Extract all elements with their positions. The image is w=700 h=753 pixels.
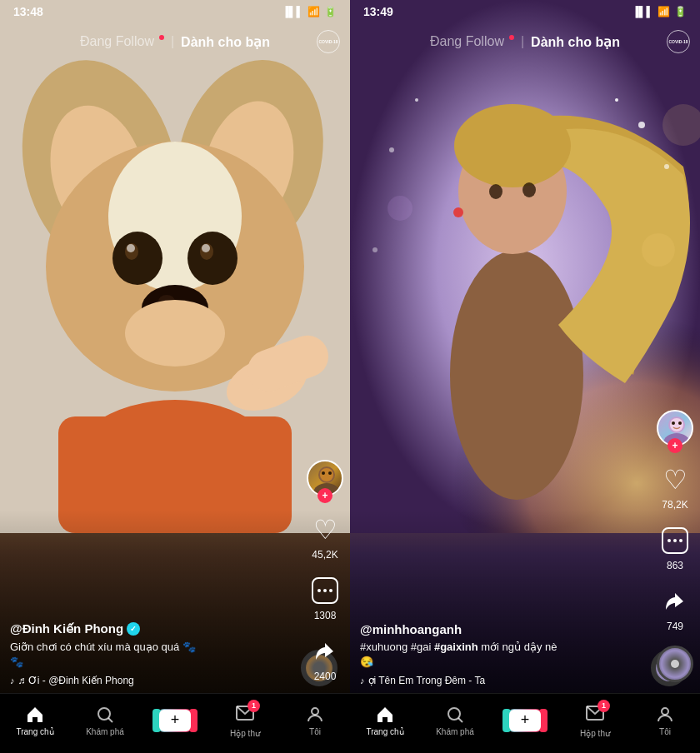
heart-icon-right: ♡	[663, 464, 688, 496]
svg-point-35	[522, 182, 536, 197]
svg-point-28	[312, 708, 318, 715]
tab-foryou-left[interactable]: Dành cho bạn	[181, 34, 270, 50]
username-left[interactable]: @Đinh Kiến Phong ✓	[10, 621, 296, 636]
svg-point-22	[320, 468, 333, 481]
nav-inbox-label-right: Hộp thư	[580, 729, 610, 738]
music-disc-right	[657, 646, 693, 682]
comment-action-left[interactable]: 1308	[308, 574, 342, 621]
svg-point-12	[202, 244, 210, 252]
home-icon-right	[375, 705, 395, 725]
music-note-left: ♪	[10, 676, 15, 686]
like-count-right: 78,2K	[662, 499, 688, 511]
tab-following-right[interactable]: Đang Follow	[430, 34, 504, 49]
share-icon-left	[312, 639, 338, 664]
like-count-left: 45,2K	[312, 549, 338, 561]
right-phone: 13:49 ▐▌▌ 📶 🔋 Đang Follow | Dành cho bạn…	[350, 0, 700, 753]
svg-point-34	[489, 184, 502, 199]
avatar-wrapper-left[interactable]: +	[307, 460, 343, 496]
share-icon-right	[662, 589, 688, 614]
video-info-right: @minhhoanganh #xuhuong #gai #gaixinh mới…	[360, 622, 646, 686]
top-nav-right: Đang Follow | Dành cho bạn COVID-19	[350, 23, 700, 60]
inbox-badge-left: 1	[248, 700, 260, 712]
username-right[interactable]: @minhhoanganh	[360, 622, 646, 636]
svg-point-44	[388, 196, 412, 221]
battery-icon-right: 🔋	[674, 6, 687, 17]
sound-right[interactable]: ♪ ợi Tên Em Trong Đêm - Ta	[360, 675, 646, 686]
share-count-left: 2400	[314, 671, 337, 682]
comment-count-left: 1308	[314, 610, 337, 621]
disc-icon-right	[657, 646, 693, 682]
share-action-left[interactable]: 2400	[308, 635, 342, 682]
covid-icon-left[interactable]: COVID-19	[317, 30, 340, 53]
inbox-badge-right: 1	[598, 700, 610, 712]
nav-explore-label-left: Khám phá	[86, 727, 124, 736]
profile-icon-left	[305, 705, 325, 725]
add-button-left[interactable]: +	[158, 709, 192, 732]
signal-icon-right: ▐▌▌	[632, 6, 653, 17]
follow-button-left[interactable]: +	[318, 488, 332, 503]
covid-icon-right[interactable]: COVID-19	[667, 30, 690, 53]
comment-count-right: 863	[667, 560, 683, 571]
svg-point-15	[125, 300, 225, 367]
search-icon-right	[445, 705, 465, 725]
heart-icon-left: ♡	[313, 514, 338, 546]
svg-point-23	[322, 471, 325, 475]
svg-line-52	[458, 718, 462, 722]
top-nav-left: Đang Follow | Dành cho bạn COVID-19	[0, 23, 350, 60]
search-icon-left	[95, 705, 115, 725]
tab-following-left[interactable]: Đang Follow	[80, 34, 154, 49]
caption-right: #xuhuong #gai #gaixinh mới ngủ dậy nè😪	[360, 640, 646, 670]
svg-point-51	[448, 708, 460, 720]
like-action-right[interactable]: ♡ 78,2K	[658, 463, 692, 511]
svg-point-36	[453, 207, 463, 217]
nav-profile-left[interactable]: Tôi	[280, 705, 350, 736]
action-buttons-left: + ♡ 45,2K 1308	[307, 460, 343, 682]
nav-add-right[interactable]: +	[490, 709, 560, 732]
battery-icon: 🔋	[324, 6, 337, 17]
svg-point-43	[642, 233, 675, 267]
like-action-left[interactable]: ♡ 45,2K	[308, 513, 342, 561]
svg-point-42	[372, 247, 378, 252]
avatar-wrapper-right[interactable]: +	[657, 410, 693, 446]
wifi-icon: 📶	[308, 6, 320, 17]
follow-button-right[interactable]: +	[668, 438, 682, 453]
nav-home-right[interactable]: Trang chủ	[350, 705, 420, 736]
svg-point-25	[98, 708, 110, 720]
nav-profile-label-right: Tôi	[659, 727, 671, 736]
bottom-nav-left: Trang chủ Khám phá + 1 Hộp thư Tôi	[0, 693, 350, 753]
nav-home-label-left: Trang chủ	[16, 727, 53, 736]
svg-point-39	[615, 98, 618, 102]
signal-icon: ▐▌▌	[282, 6, 303, 17]
svg-point-37	[638, 122, 645, 128]
share-action-right[interactable]: 749	[658, 585, 692, 632]
svg-point-31	[450, 250, 583, 500]
tab-foryou-right[interactable]: Dành cho bạn	[531, 34, 620, 50]
nav-explore-right[interactable]: Khám phá	[420, 705, 490, 736]
svg-point-7	[112, 232, 162, 285]
nav-home-label-right: Trang chủ	[366, 727, 403, 736]
nav-profile-right[interactable]: Tôi	[630, 705, 700, 736]
nav-add-left[interactable]: +	[140, 709, 210, 732]
comment-action-right[interactable]: 863	[658, 524, 692, 571]
share-count-right: 749	[667, 621, 683, 632]
nav-inbox-right[interactable]: 1 Hộp thư	[560, 703, 630, 738]
svg-point-54	[662, 708, 668, 715]
nav-explore-left[interactable]: Khám phá	[70, 705, 140, 736]
status-bar-left: 13:48 ▐▌▌ 📶 🔋	[0, 0, 350, 23]
svg-point-8	[188, 232, 238, 285]
wifi-icon-right: 📶	[658, 6, 670, 17]
time-left: 13:48	[13, 5, 43, 18]
svg-point-48	[670, 418, 683, 431]
nav-home-left[interactable]: Trang chủ	[0, 705, 70, 736]
add-button-right[interactable]: +	[508, 709, 542, 732]
nav-inbox-label-left: Hộp thư	[230, 729, 260, 738]
nav-profile-label-left: Tôi	[309, 727, 321, 736]
nav-dot-right	[509, 35, 514, 40]
profile-icon-right	[655, 705, 675, 725]
svg-point-40	[389, 147, 394, 152]
action-buttons-right: + ♡ 78,2K 863	[657, 410, 693, 682]
bottom-nav-right: Trang chủ Khám phá + 1 Hộp thư Tôi	[350, 693, 700, 753]
svg-point-24	[328, 471, 332, 475]
nav-inbox-left[interactable]: 1 Hộp thư	[210, 703, 280, 738]
sound-left[interactable]: ♪ ♬ Ơi - @Đinh Kiến Phong	[10, 675, 296, 686]
